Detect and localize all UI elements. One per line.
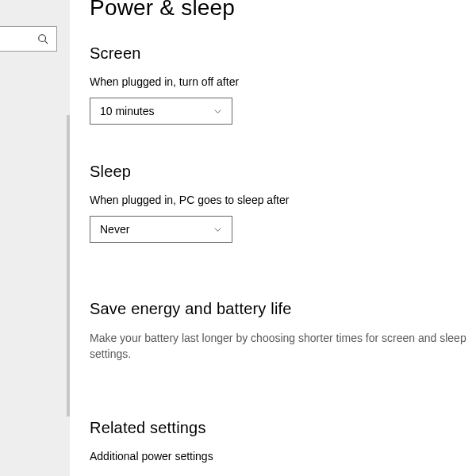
sidebar [0,0,70,476]
screen-plugged-label: When plugged in, turn off after [90,75,476,88]
energy-body: Make your battery last longer by choosin… [90,331,474,362]
additional-power-settings-link[interactable]: Additional power settings [90,450,476,463]
page-title: Power & sleep [90,0,476,21]
svg-line-1 [45,41,48,44]
sleep-plugged-label: When plugged in, PC goes to sleep after [90,194,476,206]
sleep-plugged-dropdown[interactable]: Never [90,216,232,243]
sleep-heading: Sleep [90,163,476,181]
sleep-plugged-value: Never [100,223,129,236]
search-icon [37,33,48,44]
chevron-down-icon [213,225,222,234]
energy-heading: Save energy and battery life [90,300,476,318]
active-nav-indicator [67,115,70,416]
screen-plugged-value: 10 minutes [100,105,154,117]
related-heading: Related settings [90,419,476,437]
screen-plugged-dropdown[interactable]: 10 minutes [90,98,232,125]
svg-point-0 [39,35,46,42]
main-content: Power & sleep Screen When plugged in, tu… [70,0,476,476]
chevron-down-icon [213,107,222,116]
search-input[interactable] [0,26,57,52]
screen-heading: Screen [90,44,476,63]
